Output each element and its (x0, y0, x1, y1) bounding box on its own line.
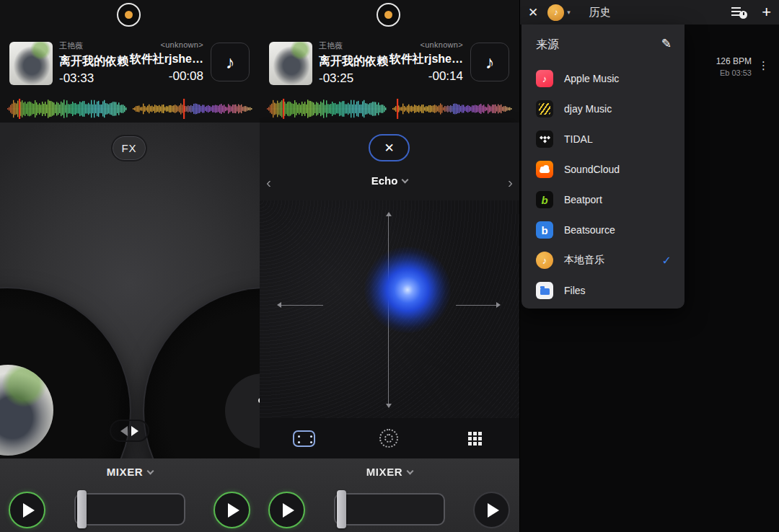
source-menu: 来源 ✎ ♪ Apple Music djay Music TIDAL (521, 25, 685, 309)
beatsource-icon: b (536, 221, 553, 239)
record-button[interactable] (377, 3, 400, 27)
source-item-beatsource[interactable]: b Beatsource (521, 215, 685, 245)
crossfader-handle[interactable] (337, 490, 346, 528)
waveform-deck2[interactable] (133, 98, 252, 120)
track-remaining-time: -00:08 (123, 69, 203, 84)
browser-title: 历史 (589, 6, 611, 19)
waveform-deck2[interactable] (392, 98, 512, 120)
track-info-deck2[interactable]: <unknown> 软件社rjshe… -00:14 (382, 40, 463, 84)
album-art-deck1[interactable] (269, 42, 312, 85)
track-title: 软件社rjshe… (123, 52, 203, 67)
deck-header-middle: 王艳薇 离开我的依赖 -03:25 <unknown> 软件社rjshe… -0… (260, 0, 519, 123)
source-menu-header: 来源 ✎ (521, 25, 685, 63)
history-queue-icon[interactable] (731, 6, 747, 18)
deck-header-left: 王艳薇 离开我的依赖 -03:33 <unknown> 软件社rjshe… -0… (0, 0, 260, 123)
fx-xy-pad[interactable] (260, 200, 519, 418)
beatport-icon: b (536, 191, 553, 208)
play-button-deck1[interactable] (9, 492, 45, 528)
fx-button[interactable]: FX (111, 135, 147, 161)
album-art-deck1[interactable] (9, 42, 53, 85)
source-item-beatport[interactable]: b Beatport (521, 185, 685, 215)
tab-particle-fx[interactable] (364, 418, 414, 458)
track-row-info: 126 BPM Eb 03:53 (716, 56, 752, 77)
files-icon (536, 282, 553, 299)
next-fx-icon[interactable]: › (508, 174, 513, 190)
music-note-icon: ♪ (485, 52, 495, 73)
music-note-icon: ♪ (226, 52, 235, 73)
play-icon (228, 503, 239, 518)
crossfader[interactable] (74, 493, 185, 526)
track-remaining-time: -03:25 (319, 71, 388, 86)
source-item-files[interactable]: Files (521, 275, 685, 306)
fx-mode-tabs (260, 418, 519, 458)
close-icon: ✕ (384, 141, 394, 156)
track-title: 离开我的依赖 (319, 54, 388, 69)
track-artist: <unknown> (123, 40, 203, 49)
next-deck-icon (131, 426, 138, 436)
album-art-placeholder[interactable]: ♪ (470, 43, 509, 81)
source-item-local-music[interactable]: ♪ 本地音乐 ✓ (521, 245, 685, 275)
source-menu-title: 来源 (536, 37, 559, 53)
waveform-row (0, 98, 260, 120)
sunburst-icon (379, 429, 398, 448)
track-artist: 王艳薇 (59, 40, 128, 51)
mixer-selector[interactable]: MIXER (0, 466, 260, 478)
close-browser-button[interactable]: ✕ (528, 5, 538, 20)
xy-pad-icon (293, 430, 315, 447)
mixer-label: MIXER (107, 466, 144, 478)
track-artist: <unknown> (382, 40, 463, 49)
track-artist: 王艳薇 (319, 40, 388, 51)
play-button-deck2[interactable] (214, 492, 250, 528)
grid-icon (468, 432, 482, 445)
fx-selector[interactable]: Echo (260, 174, 519, 187)
play-button-deck2[interactable] (473, 492, 510, 528)
track-info-deck1[interactable]: 王艳薇 离开我的依赖 -03:33 (59, 40, 128, 86)
mixer-selector[interactable]: MIXER (260, 466, 519, 478)
soundcloud-icon (536, 161, 553, 178)
tab-xy-pad[interactable] (278, 418, 329, 458)
fx-panel: ✕ ‹ Echo › (260, 123, 519, 458)
record-button[interactable] (117, 3, 141, 27)
chevron-down-icon (147, 468, 154, 475)
track-title: 离开我的依赖 (59, 54, 128, 69)
add-button[interactable]: + (762, 5, 771, 19)
topbar-actions: + (731, 0, 779, 25)
edit-pencil-icon[interactable]: ✎ (661, 36, 672, 51)
source-item-apple-music[interactable]: ♪ Apple Music (521, 63, 685, 94)
waveform-deck1[interactable] (267, 98, 387, 120)
play-icon (23, 503, 35, 518)
local-music-icon: ♪ (536, 252, 553, 269)
tidal-icon (536, 130, 553, 148)
waveform-deck1[interactable] (7, 98, 127, 120)
apple-music-icon: ♪ (536, 70, 553, 87)
play-icon (488, 503, 499, 518)
caret-down-icon: ▾ (567, 9, 571, 16)
more-options-icon[interactable]: ⋮ (758, 59, 769, 72)
vinyl-label-art (0, 365, 53, 456)
source-item-tidal[interactable]: TIDAL (521, 124, 685, 154)
track-bpm: 126 BPM (716, 56, 752, 66)
crossfader-handle[interactable] (77, 490, 87, 528)
fx-position-indicator[interactable] (364, 247, 451, 333)
play-button-deck1[interactable] (268, 492, 305, 528)
source-item-djay-music[interactable]: djay Music (521, 94, 685, 124)
music-note-icon: ♪ (554, 7, 558, 17)
check-icon: ✓ (662, 254, 672, 267)
source-item-soundcloud[interactable]: SoundCloud (521, 154, 685, 185)
chevron-down-icon (407, 468, 414, 475)
album-art-placeholder[interactable]: ♪ (211, 43, 250, 81)
track-info-deck2[interactable]: <unknown> 软件社rjshe… -00:08 (123, 40, 203, 84)
djay-music-icon (536, 100, 553, 118)
crosshair-horizontal-line (281, 305, 323, 306)
arrow-down-icon (386, 404, 392, 408)
arrow-right-icon (496, 302, 501, 308)
track-info-deck1[interactable]: 王艳薇 离开我的依赖 -03:25 (319, 40, 388, 86)
vinyl-label (225, 373, 260, 448)
fx-close-button[interactable]: ✕ (369, 134, 410, 161)
deck-switch-button[interactable] (110, 420, 149, 442)
tab-fx-grid[interactable] (449, 418, 500, 458)
crossfader[interactable] (334, 493, 445, 526)
source-avatar-button[interactable]: ♪ (547, 4, 564, 21)
track-remaining-time: -03:33 (59, 71, 128, 86)
chevron-down-icon (402, 177, 409, 184)
